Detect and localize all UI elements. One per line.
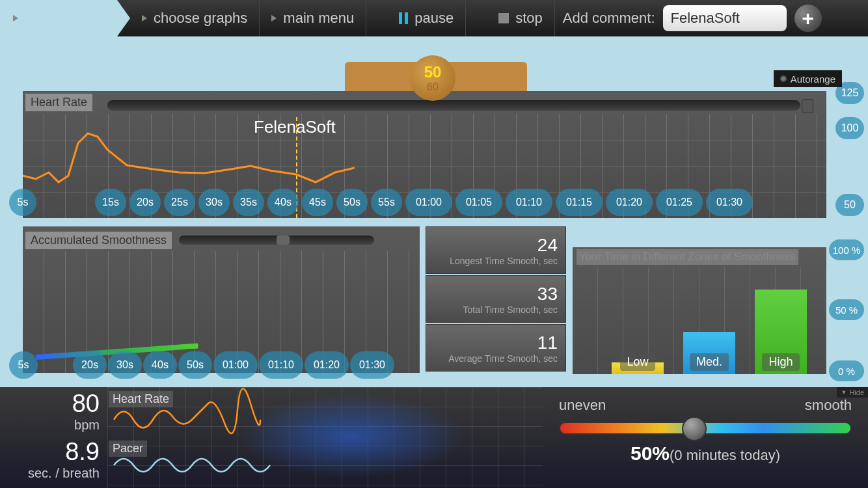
watermark-text: FelenaSoft: [254, 117, 336, 137]
slider-pct: 50%: [631, 442, 670, 464]
zone-bar-med: Med.: [683, 332, 735, 374]
stat-value: 24: [537, 235, 558, 256]
choose-graphs-label: choose graphs: [154, 10, 247, 27]
breathing-value-primary: 50: [424, 63, 442, 81]
slider-detail: (0 minutes today): [670, 447, 780, 463]
hr-scrollbar[interactable]: [107, 100, 800, 111]
hr-time-axis: 5s 15s 20s 25s 30s 35s 40s 45s 50s 55s 0…: [9, 189, 753, 216]
time-tick: 30s: [198, 189, 230, 216]
time-tick: 50s: [336, 189, 368, 216]
time-tick: 01:00: [405, 189, 452, 216]
slider-label-left: uneven: [559, 397, 606, 414]
time-tick: 01:05: [455, 189, 502, 216]
breathing-value-secondary: 60: [427, 81, 439, 93]
zones-y-tick: 50 %: [829, 299, 864, 320]
zone-label: High: [762, 353, 799, 371]
hr-y-tick: 100: [835, 117, 864, 139]
zones-y-tick: 100 %: [829, 239, 864, 260]
zone-bar-high: High: [755, 290, 807, 374]
time-tick: 20s: [73, 351, 107, 379]
hide-button[interactable]: Hide: [837, 387, 868, 398]
live-waves: [107, 387, 543, 488]
time-tick: 01:30: [706, 189, 753, 216]
zones-chart: Your Time in Different Zones of Smoothne…: [573, 247, 826, 374]
time-tick: 25s: [164, 189, 195, 216]
comment-input[interactable]: [663, 5, 787, 31]
zones-chart-title: Your Time in Different Zones of Smoothne…: [576, 249, 798, 265]
hr-chart-title: Heart Rate: [25, 94, 92, 111]
zone-label: Med.: [690, 353, 729, 371]
play-icon: [13, 15, 18, 21]
chevron-right-icon: [271, 15, 277, 21]
time-tick: 30s: [108, 351, 142, 379]
time-tick: 45s: [302, 189, 333, 216]
hr-unit: bpm: [74, 418, 100, 433]
time-tick: 01:10: [259, 351, 303, 379]
time-tick: 01:20: [305, 351, 349, 379]
toolbar: choose graphs main menu pause stop Add c…: [0, 0, 868, 36]
comment-label: Add comment:: [555, 10, 663, 27]
chevron-right-icon: [142, 15, 147, 21]
stat-longest: 24 Longest Time Smooth, sec: [426, 226, 566, 274]
smoothness-slider-panel: Hide uneven smooth 50%(0 minutes today): [543, 387, 868, 488]
live-wave-panel: Heart Rate Pacer: [107, 387, 543, 488]
main-menu-button[interactable]: main menu: [260, 0, 366, 36]
pacer-unit: sec. / breath: [28, 466, 100, 481]
time-tick: 5s: [9, 351, 38, 379]
autorange-label: Autorange: [791, 74, 835, 85]
zones-y-tick: 0 %: [829, 360, 864, 381]
time-tick: 01:15: [556, 189, 603, 216]
time-tick: 5s: [9, 189, 36, 216]
add-comment-button[interactable]: [794, 5, 822, 32]
stat-value: 11: [537, 332, 558, 353]
active-tab[interactable]: [0, 0, 117, 36]
autorange-toggle[interactable]: Autorange: [774, 70, 842, 87]
accum-chart-title: Accumulated Smoothness: [25, 232, 172, 249]
bottom-readouts: 80 bpm 8.9 sec. / breath: [0, 387, 107, 488]
main-menu-label: main menu: [283, 10, 354, 27]
stat-label: Total Time Smooth, sec: [463, 305, 558, 315]
hr-value: 80: [72, 390, 100, 418]
slider-label-right: smooth: [805, 397, 852, 414]
time-tick: 50s: [178, 351, 212, 379]
stop-icon: [498, 13, 509, 23]
stat-average: 11 Average Time Smooth, sec: [426, 324, 566, 372]
radio-icon: [780, 75, 787, 82]
time-tick: 01:30: [350, 351, 394, 379]
smoothness-stats: 24 Longest Time Smooth, sec 33 Total Tim…: [426, 226, 566, 373]
time-tick: 01:20: [606, 189, 653, 216]
zone-label: Low: [620, 353, 655, 371]
zone-bar-low: Low: [612, 362, 664, 374]
time-tick: 01:25: [656, 189, 703, 216]
accum-scrollbar[interactable]: [179, 236, 374, 245]
time-tick: 01:00: [213, 351, 258, 379]
stat-value: 33: [537, 284, 558, 305]
time-tick: 40s: [267, 189, 299, 216]
pacer-value: 8.9: [65, 438, 100, 466]
choose-graphs-button[interactable]: choose graphs: [130, 0, 260, 36]
slider-labels: uneven smooth: [559, 397, 852, 414]
time-tick: 15s: [95, 189, 126, 216]
pause-label: pause: [414, 10, 454, 27]
stop-label: stop: [515, 10, 543, 27]
accum-time-axis: 5s 20s 30s 40s 50s 01:00 01:10 01:20 01:…: [9, 351, 394, 379]
time-tick: 40s: [143, 351, 177, 379]
time-tick: 20s: [129, 189, 161, 216]
pause-icon: [399, 12, 408, 24]
stat-label: Average Time Smooth, sec: [448, 353, 558, 364]
slider-readout: 50%(0 minutes today): [559, 442, 852, 465]
time-tick: 55s: [371, 189, 402, 216]
stat-total: 33 Total Time Smooth, sec: [426, 275, 566, 323]
stat-label: Longest Time Smooth, sec: [450, 256, 558, 266]
bottom-panel: 80 bpm 8.9 sec. / breath Heart Rate Pace…: [0, 387, 868, 488]
hr-y-tick: 50: [835, 194, 864, 216]
time-tick: 35s: [233, 189, 264, 216]
breathing-indicator: 50 60: [410, 55, 455, 101]
stop-button[interactable]: stop: [466, 0, 555, 36]
slider-thumb[interactable]: [682, 416, 707, 441]
time-tick: 01:10: [506, 189, 552, 216]
smoothness-slider[interactable]: [559, 422, 852, 435]
pause-button[interactable]: pause: [366, 0, 466, 36]
